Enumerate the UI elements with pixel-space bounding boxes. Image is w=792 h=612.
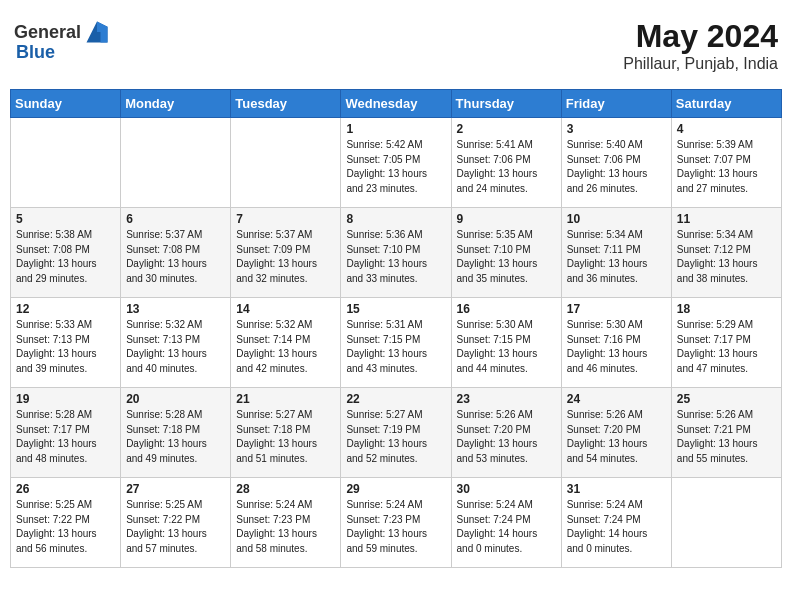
day-info: Sunrise: 5:33 AM Sunset: 7:13 PM Dayligh… <box>16 318 115 376</box>
calendar-header-row: SundayMondayTuesdayWednesdayThursdayFrid… <box>11 90 782 118</box>
day-number: 20 <box>126 392 225 406</box>
calendar-cell: 11Sunrise: 5:34 AM Sunset: 7:12 PM Dayli… <box>671 208 781 298</box>
calendar-cell: 19Sunrise: 5:28 AM Sunset: 7:17 PM Dayli… <box>11 388 121 478</box>
day-info: Sunrise: 5:28 AM Sunset: 7:17 PM Dayligh… <box>16 408 115 466</box>
calendar-cell: 7Sunrise: 5:37 AM Sunset: 7:09 PM Daylig… <box>231 208 341 298</box>
day-number: 3 <box>567 122 666 136</box>
day-info: Sunrise: 5:34 AM Sunset: 7:11 PM Dayligh… <box>567 228 666 286</box>
calendar-cell: 25Sunrise: 5:26 AM Sunset: 7:21 PM Dayli… <box>671 388 781 478</box>
day-number: 19 <box>16 392 115 406</box>
day-info: Sunrise: 5:25 AM Sunset: 7:22 PM Dayligh… <box>16 498 115 556</box>
day-info: Sunrise: 5:27 AM Sunset: 7:18 PM Dayligh… <box>236 408 335 466</box>
day-info: Sunrise: 5:24 AM Sunset: 7:24 PM Dayligh… <box>457 498 556 556</box>
day-number: 5 <box>16 212 115 226</box>
logo-text-general: General <box>14 22 81 43</box>
day-info: Sunrise: 5:31 AM Sunset: 7:15 PM Dayligh… <box>346 318 445 376</box>
weekday-header-thursday: Thursday <box>451 90 561 118</box>
weekday-header-friday: Friday <box>561 90 671 118</box>
calendar-title: May 2024 <box>623 18 778 55</box>
day-info: Sunrise: 5:28 AM Sunset: 7:18 PM Dayligh… <box>126 408 225 466</box>
day-number: 1 <box>346 122 445 136</box>
calendar-cell <box>11 118 121 208</box>
weekday-header-wednesday: Wednesday <box>341 90 451 118</box>
day-info: Sunrise: 5:30 AM Sunset: 7:15 PM Dayligh… <box>457 318 556 376</box>
day-number: 23 <box>457 392 556 406</box>
calendar-cell: 24Sunrise: 5:26 AM Sunset: 7:20 PM Dayli… <box>561 388 671 478</box>
weekday-header-saturday: Saturday <box>671 90 781 118</box>
calendar-cell: 28Sunrise: 5:24 AM Sunset: 7:23 PM Dayli… <box>231 478 341 568</box>
logo-icon <box>83 18 111 46</box>
weekday-header-sunday: Sunday <box>11 90 121 118</box>
day-number: 7 <box>236 212 335 226</box>
day-info: Sunrise: 5:37 AM Sunset: 7:09 PM Dayligh… <box>236 228 335 286</box>
calendar-cell <box>231 118 341 208</box>
day-number: 17 <box>567 302 666 316</box>
weekday-header-tuesday: Tuesday <box>231 90 341 118</box>
calendar-cell: 20Sunrise: 5:28 AM Sunset: 7:18 PM Dayli… <box>121 388 231 478</box>
calendar-cell: 30Sunrise: 5:24 AM Sunset: 7:24 PM Dayli… <box>451 478 561 568</box>
day-number: 29 <box>346 482 445 496</box>
calendar-cell: 17Sunrise: 5:30 AM Sunset: 7:16 PM Dayli… <box>561 298 671 388</box>
day-number: 18 <box>677 302 776 316</box>
calendar-week-5: 26Sunrise: 5:25 AM Sunset: 7:22 PM Dayli… <box>11 478 782 568</box>
day-number: 30 <box>457 482 556 496</box>
day-info: Sunrise: 5:37 AM Sunset: 7:08 PM Dayligh… <box>126 228 225 286</box>
calendar-cell: 21Sunrise: 5:27 AM Sunset: 7:18 PM Dayli… <box>231 388 341 478</box>
day-info: Sunrise: 5:26 AM Sunset: 7:20 PM Dayligh… <box>457 408 556 466</box>
page-header: General Blue May 2024 Phillaur, Punjab, … <box>10 10 782 81</box>
calendar-cell: 12Sunrise: 5:33 AM Sunset: 7:13 PM Dayli… <box>11 298 121 388</box>
day-info: Sunrise: 5:41 AM Sunset: 7:06 PM Dayligh… <box>457 138 556 196</box>
day-number: 4 <box>677 122 776 136</box>
calendar-cell: 31Sunrise: 5:24 AM Sunset: 7:24 PM Dayli… <box>561 478 671 568</box>
calendar-cell: 23Sunrise: 5:26 AM Sunset: 7:20 PM Dayli… <box>451 388 561 478</box>
day-info: Sunrise: 5:42 AM Sunset: 7:05 PM Dayligh… <box>346 138 445 196</box>
calendar-cell: 6Sunrise: 5:37 AM Sunset: 7:08 PM Daylig… <box>121 208 231 298</box>
day-number: 9 <box>457 212 556 226</box>
day-number: 16 <box>457 302 556 316</box>
title-block: May 2024 Phillaur, Punjab, India <box>623 18 778 73</box>
day-info: Sunrise: 5:24 AM Sunset: 7:23 PM Dayligh… <box>346 498 445 556</box>
day-number: 12 <box>16 302 115 316</box>
day-info: Sunrise: 5:30 AM Sunset: 7:16 PM Dayligh… <box>567 318 666 376</box>
day-info: Sunrise: 5:36 AM Sunset: 7:10 PM Dayligh… <box>346 228 445 286</box>
calendar-cell: 14Sunrise: 5:32 AM Sunset: 7:14 PM Dayli… <box>231 298 341 388</box>
calendar-cell: 10Sunrise: 5:34 AM Sunset: 7:11 PM Dayli… <box>561 208 671 298</box>
day-number: 14 <box>236 302 335 316</box>
calendar-table: SundayMondayTuesdayWednesdayThursdayFrid… <box>10 89 782 568</box>
day-info: Sunrise: 5:25 AM Sunset: 7:22 PM Dayligh… <box>126 498 225 556</box>
day-number: 10 <box>567 212 666 226</box>
day-info: Sunrise: 5:29 AM Sunset: 7:17 PM Dayligh… <box>677 318 776 376</box>
calendar-cell: 9Sunrise: 5:35 AM Sunset: 7:10 PM Daylig… <box>451 208 561 298</box>
day-number: 15 <box>346 302 445 316</box>
day-number: 25 <box>677 392 776 406</box>
calendar-week-1: 1Sunrise: 5:42 AM Sunset: 7:05 PM Daylig… <box>11 118 782 208</box>
calendar-cell: 16Sunrise: 5:30 AM Sunset: 7:15 PM Dayli… <box>451 298 561 388</box>
day-number: 26 <box>16 482 115 496</box>
day-number: 27 <box>126 482 225 496</box>
day-number: 31 <box>567 482 666 496</box>
day-info: Sunrise: 5:26 AM Sunset: 7:20 PM Dayligh… <box>567 408 666 466</box>
day-info: Sunrise: 5:39 AM Sunset: 7:07 PM Dayligh… <box>677 138 776 196</box>
calendar-week-3: 12Sunrise: 5:33 AM Sunset: 7:13 PM Dayli… <box>11 298 782 388</box>
day-info: Sunrise: 5:24 AM Sunset: 7:23 PM Dayligh… <box>236 498 335 556</box>
day-info: Sunrise: 5:34 AM Sunset: 7:12 PM Dayligh… <box>677 228 776 286</box>
calendar-cell: 13Sunrise: 5:32 AM Sunset: 7:13 PM Dayli… <box>121 298 231 388</box>
calendar-cell: 18Sunrise: 5:29 AM Sunset: 7:17 PM Dayli… <box>671 298 781 388</box>
day-info: Sunrise: 5:32 AM Sunset: 7:13 PM Dayligh… <box>126 318 225 376</box>
calendar-cell: 15Sunrise: 5:31 AM Sunset: 7:15 PM Dayli… <box>341 298 451 388</box>
day-info: Sunrise: 5:32 AM Sunset: 7:14 PM Dayligh… <box>236 318 335 376</box>
calendar-week-2: 5Sunrise: 5:38 AM Sunset: 7:08 PM Daylig… <box>11 208 782 298</box>
logo: General Blue <box>14 18 111 63</box>
calendar-cell: 27Sunrise: 5:25 AM Sunset: 7:22 PM Dayli… <box>121 478 231 568</box>
day-info: Sunrise: 5:27 AM Sunset: 7:19 PM Dayligh… <box>346 408 445 466</box>
calendar-cell: 5Sunrise: 5:38 AM Sunset: 7:08 PM Daylig… <box>11 208 121 298</box>
day-number: 11 <box>677 212 776 226</box>
day-info: Sunrise: 5:40 AM Sunset: 7:06 PM Dayligh… <box>567 138 666 196</box>
day-number: 22 <box>346 392 445 406</box>
calendar-location: Phillaur, Punjab, India <box>623 55 778 73</box>
day-number: 8 <box>346 212 445 226</box>
calendar-cell: 1Sunrise: 5:42 AM Sunset: 7:05 PM Daylig… <box>341 118 451 208</box>
day-info: Sunrise: 5:38 AM Sunset: 7:08 PM Dayligh… <box>16 228 115 286</box>
calendar-week-4: 19Sunrise: 5:28 AM Sunset: 7:17 PM Dayli… <box>11 388 782 478</box>
day-number: 21 <box>236 392 335 406</box>
